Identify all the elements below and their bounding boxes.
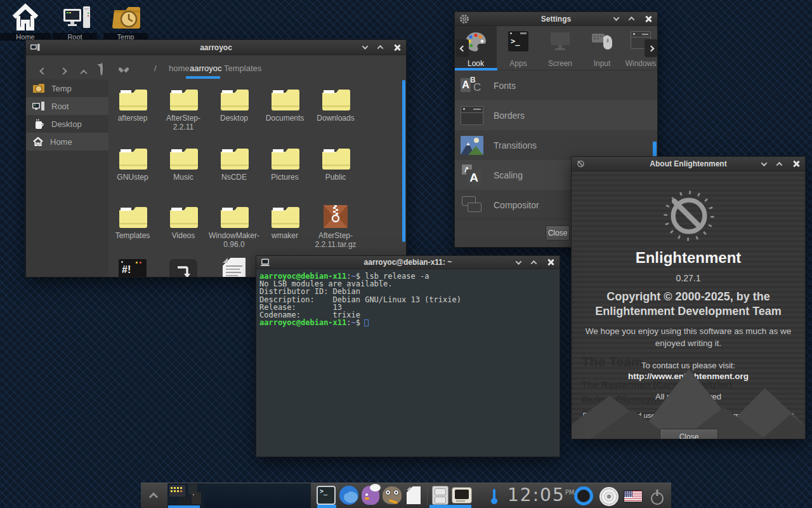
close-icon[interactable] bbox=[792, 160, 800, 168]
refresh-icon[interactable] bbox=[100, 64, 103, 75]
display-launcher[interactable] bbox=[452, 485, 472, 505]
gimp-icon bbox=[383, 486, 402, 504]
folder-item[interactable]: Public bbox=[309, 147, 362, 182]
shelf-autohide-button[interactable] bbox=[141, 483, 166, 508]
sidebar-item-desktop[interactable]: Desktop bbox=[26, 115, 108, 133]
sidebar-item-root[interactable]: Root bbox=[26, 97, 108, 115]
settings-titlebar[interactable]: Settings bbox=[455, 12, 657, 26]
archive-name: AfterStep-2.2.11.tar.gz bbox=[309, 231, 362, 249]
file-manager-titlebar[interactable]: aarroyoc bbox=[26, 40, 406, 55]
script-file-icon: #! bbox=[119, 259, 147, 277]
breadcrumb-home[interactable]: home bbox=[169, 64, 190, 73]
launcher-item[interactable] bbox=[169, 259, 197, 277]
sidebar-item-home[interactable]: Home bbox=[26, 133, 108, 150]
window-shade-icon[interactable] bbox=[531, 260, 537, 266]
tabs-scroll-left[interactable] bbox=[456, 39, 469, 57]
window-title: aarroyoc bbox=[26, 40, 406, 55]
document-item[interactable] bbox=[220, 258, 248, 277]
tab-apps[interactable]: >_ Apps bbox=[497, 26, 539, 70]
settings-close-button[interactable]: Close bbox=[546, 225, 570, 241]
desktop-icon-home[interactable] bbox=[10, 3, 41, 34]
thunderbird-launcher[interactable] bbox=[339, 485, 359, 505]
folder-icon bbox=[169, 206, 198, 229]
pidgin-launcher[interactable] bbox=[360, 485, 381, 505]
up-icon[interactable] bbox=[81, 66, 86, 77]
folder-name: Pictures bbox=[258, 173, 311, 182]
folder-item[interactable]: GNUstep bbox=[106, 147, 159, 182]
settings-item-label: Scaling bbox=[494, 170, 523, 180]
window-menu-icon[interactable] bbox=[613, 15, 620, 21]
tab-screen[interactable]: Screen bbox=[539, 26, 581, 70]
close-icon[interactable] bbox=[547, 258, 554, 266]
tabs-scroll-right[interactable] bbox=[645, 39, 657, 57]
home-icon bbox=[10, 3, 41, 32]
window-menu-icon[interactable] bbox=[516, 258, 522, 265]
folder-item[interactable]: Documents bbox=[258, 88, 311, 123]
sidebar-item-temp[interactable]: Temp bbox=[26, 79, 108, 97]
folder-item[interactable]: Templates bbox=[106, 206, 159, 240]
folder-item[interactable]: Music bbox=[157, 147, 210, 182]
settings-item-borders[interactable]: Borders bbox=[455, 100, 657, 130]
about-body: The Team The Rasterman (Carsten Haitzler… bbox=[572, 171, 805, 439]
window-shade-icon[interactable] bbox=[377, 45, 384, 51]
terminal-titlebar[interactable]: aarroyoc@debian-x11: ~ bbox=[256, 256, 560, 269]
pidgin-icon bbox=[362, 486, 379, 505]
folder-item[interactable]: AfterStep-2.2.11 bbox=[157, 88, 210, 131]
folder-item[interactable]: Pictures bbox=[258, 147, 311, 182]
folder-item[interactable]: Downloads bbox=[309, 88, 362, 123]
power-icon bbox=[651, 492, 664, 505]
tab-input[interactable]: Input bbox=[581, 26, 623, 70]
breadcrumb-current[interactable]: aarroyoc bbox=[190, 64, 222, 73]
folder-icon bbox=[270, 147, 299, 170]
temperature-gadget[interactable] bbox=[490, 485, 499, 505]
folder-item[interactable]: wmaker bbox=[258, 206, 311, 240]
folder-item[interactable]: Desktop bbox=[207, 88, 261, 123]
pager-active-indicator bbox=[168, 505, 200, 508]
close-icon[interactable] bbox=[645, 15, 652, 23]
terminal-body[interactable]: aarroyoc@debian-x11:~$ lsb_release -a No… bbox=[256, 269, 560, 457]
window-shade-icon[interactable] bbox=[776, 161, 783, 168]
window-shade-icon[interactable] bbox=[629, 17, 635, 23]
pager-preview bbox=[167, 483, 204, 508]
breadcrumb-templates[interactable]: Templates bbox=[224, 64, 261, 73]
forward-icon[interactable] bbox=[61, 65, 66, 76]
folder-item[interactable]: Videos bbox=[157, 206, 210, 240]
script-file-item[interactable]: #! bbox=[119, 259, 147, 277]
mixer-gadget[interactable] bbox=[573, 486, 594, 506]
scrollbar[interactable] bbox=[402, 80, 405, 242]
close-icon[interactable] bbox=[393, 44, 401, 51]
digital-clock[interactable]: 12:05PM bbox=[508, 485, 574, 505]
terminal-launcher[interactable]: >_ bbox=[316, 485, 336, 505]
folder-item[interactable]: afterstep bbox=[106, 88, 159, 123]
settings-item-fonts[interactable]: A B C Fonts bbox=[455, 70, 657, 100]
back-icon[interactable] bbox=[41, 65, 46, 76]
screen-icon bbox=[549, 31, 572, 51]
terminal-window: aarroyoc@debian-x11: ~ aarroyoc@debian-x… bbox=[256, 255, 560, 457]
libreoffice-launcher[interactable] bbox=[403, 485, 424, 505]
desktop-icon-temp[interactable] bbox=[112, 5, 142, 33]
pager-desktops-empty[interactable] bbox=[204, 483, 311, 508]
window-title: aarroyoc@debian-x11: ~ bbox=[256, 256, 560, 269]
keyboard-layout-gadget[interactable] bbox=[623, 490, 643, 502]
pager-desktop-1[interactable] bbox=[167, 483, 204, 508]
gimp-launcher[interactable] bbox=[382, 485, 402, 505]
folder-item[interactable]: NsCDE bbox=[207, 147, 261, 182]
about-titlebar[interactable]: About Enlightenment bbox=[572, 157, 805, 171]
desktop-icon-root[interactable] bbox=[62, 5, 91, 33]
settings-item-transitions[interactable]: Transitions bbox=[455, 130, 657, 160]
tab-label: Windows bbox=[623, 59, 658, 68]
terminal-prompt-line: aarroyoc@debian-x11:~$ bbox=[259, 319, 556, 326]
file-manager-launcher[interactable] bbox=[430, 485, 450, 505]
sidebar-label: Temp bbox=[51, 84, 72, 93]
power-gadget[interactable] bbox=[647, 488, 667, 508]
folder-name: Public bbox=[309, 173, 362, 182]
folder-item[interactable]: WindowMaker-0.96.0 bbox=[207, 206, 261, 249]
folder-icon bbox=[270, 88, 299, 111]
cd-player-gadget[interactable] bbox=[599, 486, 619, 507]
archive-item[interactable]: AfterStep-2.2.11.tar.gz bbox=[309, 204, 362, 249]
about-close-button[interactable]: Close bbox=[660, 429, 718, 439]
window-menu-icon[interactable] bbox=[362, 43, 369, 50]
window-menu-icon[interactable] bbox=[761, 160, 768, 166]
breadcrumb-root[interactable]: / bbox=[154, 64, 157, 73]
settings-scrollbar[interactable] bbox=[653, 142, 657, 157]
